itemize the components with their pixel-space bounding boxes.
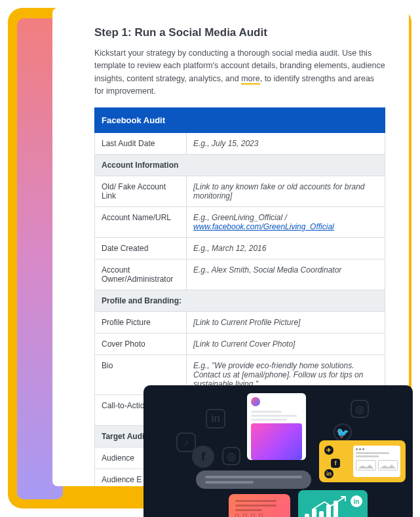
- text-line: [235, 509, 262, 511]
- table-header: Facebook Audit: [95, 107, 385, 132]
- post-mock: [247, 393, 306, 460]
- facebook-glyph: f: [201, 450, 205, 464]
- row-label: Profile Picture: [95, 311, 187, 333]
- row-value: E.g., GreenLiving_Official / www.faceboo…: [187, 206, 385, 237]
- text-line: [251, 411, 282, 413]
- mini-icon: ✈: [324, 446, 334, 455]
- table-row: Account Owner/Administrator E.g., Alex S…: [95, 259, 385, 290]
- row-value: E.g., March 12, 2016: [187, 237, 385, 259]
- row-value-prefix: E.g., GreenLiving_Official /: [193, 213, 287, 222]
- image-row: [356, 460, 398, 470]
- chart-bar: [305, 514, 309, 517]
- linkedin-icon: in: [206, 409, 225, 429]
- table-row: Date Created E.g., March 12, 2016: [95, 237, 385, 259]
- section-label: Account Information: [95, 154, 385, 176]
- chart-card: in: [298, 490, 368, 517]
- text-line: [205, 476, 302, 478]
- text-line: [251, 419, 287, 421]
- section-row: Account Information: [95, 154, 385, 176]
- avatar-icon: [251, 397, 260, 406]
- yellow-card: ✈ f in: [319, 440, 406, 482]
- chart-bar: [319, 511, 324, 517]
- table-row: Old/ Fake Account Link [Link to any know…: [95, 176, 385, 206]
- instagram-icon: ◎: [222, 447, 240, 465]
- linkedin-badge-icon: in: [351, 495, 362, 507]
- mini-icon: in: [324, 469, 334, 478]
- step-title: Step 1: Run a Social Media Audit: [94, 26, 385, 39]
- row-label: Old/ Fake Account Link: [95, 176, 187, 206]
- tiktok-icon: ♪: [176, 432, 196, 452]
- outer-frame: Step 1: Run a Social Media Audit Kicksta…: [8, 8, 411, 508]
- row-value: E.g., Alex Smith, Social Media Coordinat…: [187, 259, 385, 290]
- mini-icon: f: [331, 459, 340, 468]
- table-row: Cover Photo [Link to Current Cover Photo…: [95, 333, 385, 354]
- text-line: [205, 481, 254, 484]
- text-line: [235, 505, 277, 507]
- text-line: [235, 500, 277, 502]
- row-label: Date Created: [95, 237, 187, 259]
- search-pill: [196, 470, 311, 489]
- text-line: [251, 415, 297, 417]
- facebook-icon: f: [192, 446, 214, 468]
- account-url-link[interactable]: www.facebook.com/GreenLiving_Official: [193, 222, 334, 231]
- row-label: Account Owner/Administrator: [95, 259, 187, 290]
- section-label: Profile and Branding:: [95, 290, 385, 311]
- row-label: Account Name/URL: [95, 206, 187, 237]
- post-image: [251, 423, 302, 460]
- promo-card: ♪ in f ◎ ◎ 🐦 ✈ f in: [143, 385, 413, 517]
- table-row: Profile Picture [Link to Current Profile…: [95, 311, 385, 333]
- row-value: [Link to any known fake or old accounts …: [187, 176, 385, 206]
- instagram-icon: ◎: [351, 400, 369, 418]
- trend-arrow-icon: [311, 495, 353, 510]
- action-row: [235, 514, 284, 517]
- table-header-row: Facebook Audit: [95, 107, 385, 132]
- table-row: Account Name/URL E.g., GreenLiving_Offic…: [95, 206, 385, 237]
- row-label: Last Audit Date: [95, 132, 187, 154]
- text-line: [356, 455, 379, 457]
- row-label: Cover Photo: [95, 333, 187, 354]
- row-value: [Link to Current Cover Photo]: [187, 333, 385, 354]
- section-row: Profile and Branding:: [95, 290, 385, 311]
- row-value: E.g., July 15, 2023: [187, 132, 385, 154]
- orange-card: [229, 494, 290, 517]
- browser-mock: [353, 446, 400, 477]
- row-value: [Link to Current Profile Picture]: [187, 311, 385, 333]
- window-dots: [356, 448, 398, 450]
- table-row: Last Audit Date E.g., July 15, 2023: [95, 132, 385, 154]
- twitter-icon: 🐦: [334, 423, 352, 442]
- intro-text: Kickstart your strategy by conducting a …: [94, 47, 385, 98]
- intro-underlined: more: [241, 74, 259, 85]
- text-line: [356, 452, 389, 454]
